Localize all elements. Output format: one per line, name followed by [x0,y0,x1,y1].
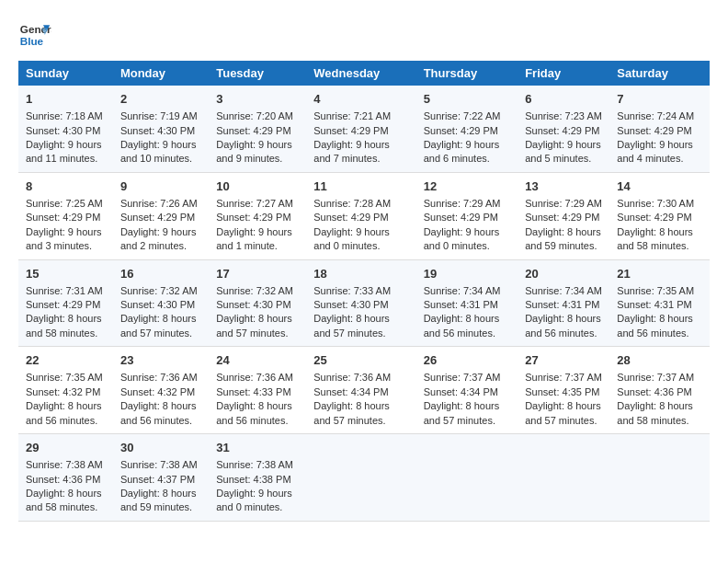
day-number: 23 [120,352,201,369]
daylight-text: Daylight: 8 hours and 57 minutes. [120,313,197,338]
sunrise-text: Sunrise: 7:25 AM [26,198,103,209]
sunrise-text: Sunrise: 7:24 AM [617,110,694,121]
day-number: 16 [120,266,201,282]
sunset-text: Sunset: 4:30 PM [313,299,388,310]
sunrise-text: Sunrise: 7:31 AM [26,285,103,296]
sunset-text: Sunset: 4:38 PM [216,474,290,485]
day-number: 14 [617,178,702,195]
calendar-cell: 15Sunrise: 7:31 AMSunset: 4:29 PMDayligh… [18,259,113,347]
daylight-text: Daylight: 8 hours and 57 minutes. [424,400,500,425]
sunrise-text: Sunrise: 7:29 AM [525,198,602,209]
daylight-text: Daylight: 8 hours and 58 minutes. [26,313,102,338]
daylight-text: Daylight: 9 hours and 2 minutes. [120,226,197,251]
sunrise-text: Sunrise: 7:23 AM [525,110,602,121]
sunset-text: Sunset: 4:29 PM [424,212,498,223]
weekday-header-monday: Monday [113,61,209,86]
sunset-text: Sunset: 4:30 PM [120,299,195,310]
daylight-text: Daylight: 9 hours and 3 minutes. [26,226,102,251]
calendar-table: SundayMondayTuesdayWednesdayThursdayFrid… [18,61,710,522]
sunrise-text: Sunrise: 7:20 AM [216,110,293,121]
svg-text:Blue: Blue [20,35,44,47]
sunrise-text: Sunrise: 7:38 AM [120,459,198,470]
day-number: 2 [120,91,201,108]
sunset-text: Sunset: 4:29 PM [26,212,100,223]
day-number: 24 [216,352,299,369]
daylight-text: Daylight: 9 hours and 4 minutes. [617,139,693,164]
calendar-cell: 24Sunrise: 7:36 AMSunset: 4:33 PMDayligh… [209,347,306,434]
calendar-cell: 23Sunrise: 7:36 AMSunset: 4:32 PMDayligh… [113,347,209,434]
weekday-header-row: SundayMondayTuesdayWednesdayThursdayFrid… [18,61,710,86]
sunset-text: Sunset: 4:37 PM [120,474,195,485]
sunset-text: Sunset: 4:31 PM [617,299,691,310]
daylight-text: Daylight: 9 hours and 11 minutes. [26,139,102,164]
day-number: 1 [26,91,106,108]
sunrise-text: Sunrise: 7:34 AM [525,285,602,296]
sunrise-text: Sunrise: 7:27 AM [216,198,293,209]
sunrise-text: Sunrise: 7:18 AM [26,110,103,121]
calendar-cell: 18Sunrise: 7:33 AMSunset: 4:30 PMDayligh… [306,259,415,347]
calendar-cell: 17Sunrise: 7:32 AMSunset: 4:30 PMDayligh… [209,259,306,347]
sunset-text: Sunset: 4:29 PM [617,125,691,136]
weekday-header-friday: Friday [518,61,609,86]
daylight-text: Daylight: 9 hours and 7 minutes. [313,139,390,164]
sunrise-text: Sunrise: 7:37 AM [617,372,694,383]
day-number: 26 [424,352,511,369]
sunset-text: Sunset: 4:30 PM [26,125,100,136]
calendar-cell: 26Sunrise: 7:37 AMSunset: 4:34 PMDayligh… [416,347,518,434]
sunrise-text: Sunrise: 7:34 AM [424,285,501,296]
weekday-header-saturday: Saturday [609,61,710,86]
week-row-2: 8Sunrise: 7:25 AMSunset: 4:29 PMDaylight… [18,172,710,259]
sunrise-text: Sunrise: 7:37 AM [525,372,602,383]
sunrise-text: Sunrise: 7:32 AM [120,285,198,296]
day-number: 19 [424,266,511,282]
calendar-cell [306,434,415,522]
calendar-cell [416,434,518,522]
sunset-text: Sunset: 4:29 PM [26,299,100,310]
sunset-text: Sunset: 4:34 PM [313,386,388,397]
sunset-text: Sunset: 4:29 PM [216,125,290,136]
sunrise-text: Sunrise: 7:21 AM [313,110,391,121]
day-number: 10 [216,178,299,195]
calendar-cell [609,434,710,522]
sunrise-text: Sunrise: 7:19 AM [120,110,198,121]
weekday-header-wednesday: Wednesday [306,61,415,86]
calendar-cell: 30Sunrise: 7:38 AMSunset: 4:37 PMDayligh… [113,434,209,522]
calendar-cell: 20Sunrise: 7:34 AMSunset: 4:31 PMDayligh… [518,259,609,347]
sunset-text: Sunset: 4:29 PM [216,212,290,223]
weekday-header-sunday: Sunday [18,61,113,86]
daylight-text: Daylight: 9 hours and 5 minutes. [525,139,601,164]
daylight-text: Daylight: 8 hours and 56 minutes. [120,400,197,425]
day-number: 6 [525,91,602,108]
day-number: 18 [313,266,408,282]
sunrise-text: Sunrise: 7:35 AM [617,285,694,296]
sunset-text: Sunset: 4:31 PM [424,299,498,310]
calendar-cell: 21Sunrise: 7:35 AMSunset: 4:31 PMDayligh… [609,259,710,347]
daylight-text: Daylight: 8 hours and 56 minutes. [26,400,102,425]
sunset-text: Sunset: 4:29 PM [424,125,498,136]
day-number: 7 [617,91,702,108]
sunset-text: Sunset: 4:30 PM [120,125,195,136]
week-row-4: 22Sunrise: 7:35 AMSunset: 4:32 PMDayligh… [18,347,710,434]
day-number: 3 [216,91,299,108]
sunset-text: Sunset: 4:29 PM [313,212,388,223]
day-number: 4 [313,91,408,108]
logo-icon: General Blue [18,18,51,52]
week-row-1: 1Sunrise: 7:18 AMSunset: 4:30 PMDaylight… [18,86,710,172]
day-number: 15 [26,266,106,282]
day-number: 20 [525,266,602,282]
day-number: 17 [216,266,299,282]
day-number: 31 [216,440,299,456]
sunrise-text: Sunrise: 7:36 AM [313,372,391,383]
sunrise-text: Sunrise: 7:38 AM [216,459,293,470]
sunset-text: Sunset: 4:32 PM [26,386,100,397]
calendar-cell: 7Sunrise: 7:24 AMSunset: 4:29 PMDaylight… [609,86,710,172]
calendar-cell: 2Sunrise: 7:19 AMSunset: 4:30 PMDaylight… [113,86,209,172]
sunrise-text: Sunrise: 7:22 AM [424,110,501,121]
sunset-text: Sunset: 4:30 PM [216,299,290,310]
daylight-text: Daylight: 8 hours and 56 minutes. [424,313,500,338]
daylight-text: Daylight: 8 hours and 57 minutes. [216,313,292,338]
sunset-text: Sunset: 4:36 PM [617,386,691,397]
header: General Blue [18,18,710,52]
sunset-text: Sunset: 4:36 PM [26,474,100,485]
calendar-cell: 3Sunrise: 7:20 AMSunset: 4:29 PMDaylight… [209,86,306,172]
